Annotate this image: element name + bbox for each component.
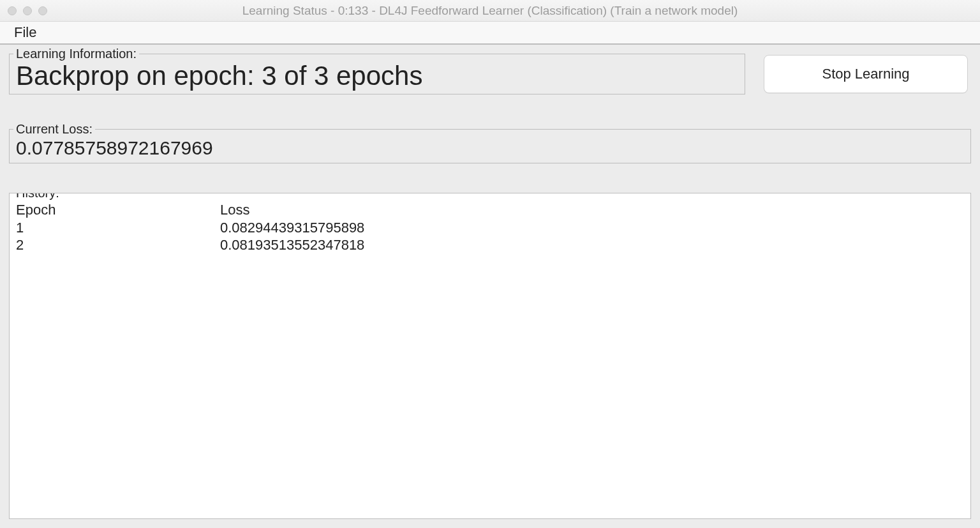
history-group: History: Epoch Loss 1 0.0829443931579589… [9,193,971,519]
learning-information-legend: Learning Information: [13,47,139,61]
history-cell-epoch: 2 [16,236,220,254]
history-legend: History: [13,193,62,200]
history-header-loss: Loss [220,201,965,219]
history-cell-loss: 0.08294439315795898 [220,219,965,237]
window-title: Learning Status - 0:133 - DL4J Feedforwa… [0,4,980,18]
content-area: Learning Information: Backprop on epoch:… [0,45,980,528]
current-loss-legend: Current Loss: [13,122,95,137]
top-row: Learning Information: Backprop on epoch:… [9,54,971,94]
stop-button-column: Stop Learning [761,54,971,94]
current-loss-group: Current Loss: 0.07785758972167969 [9,129,971,163]
zoom-window-icon[interactable] [38,6,47,15]
stop-learning-label: Stop Learning [822,66,910,82]
title-bar: Learning Status - 0:133 - DL4J Feedforwa… [0,0,980,22]
menu-file[interactable]: File [10,22,40,43]
menu-bar: File [0,22,980,45]
history-table: Epoch Loss 1 0.08294439315795898 2 0.081… [15,201,965,254]
history-cell-loss: 0.08193513552347818 [220,236,965,254]
close-window-icon[interactable] [8,6,17,15]
learning-information-group: Learning Information: Backprop on epoch:… [9,54,745,94]
current-loss-value: 0.07785758972167969 [15,137,965,159]
history-header-row: Epoch Loss [16,201,965,219]
history-header-epoch: Epoch [16,201,220,219]
stop-learning-button[interactable]: Stop Learning [764,55,968,93]
learning-information-value: Backprop on epoch: 3 of 3 epochs [15,62,739,90]
history-row: 2 0.08193513552347818 [16,236,965,254]
window-controls [8,6,47,15]
history-cell-epoch: 1 [16,219,220,237]
minimize-window-icon[interactable] [23,6,32,15]
history-row: 1 0.08294439315795898 [16,219,965,237]
